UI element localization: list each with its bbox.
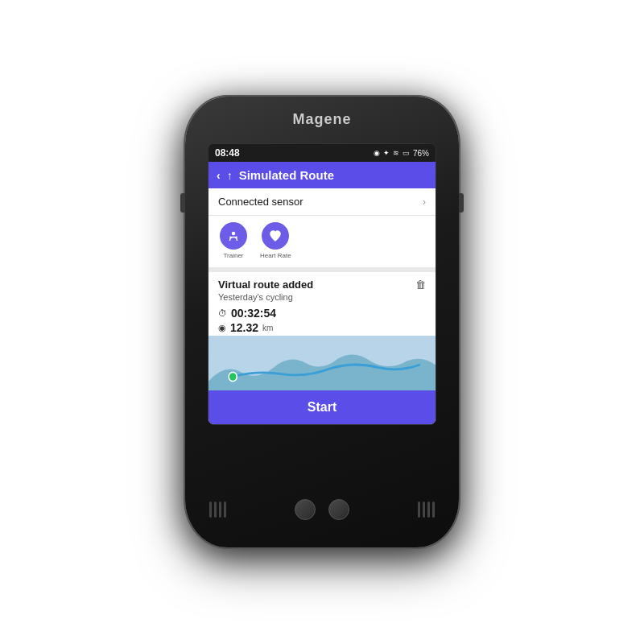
delete-icon[interactable]: 🗑: [415, 279, 426, 291]
speaker-left: [209, 502, 226, 518]
brand-name: Magene: [292, 111, 351, 127]
connected-sensor-row[interactable]: Connected sensor ›: [208, 188, 436, 216]
virtual-route-section: Virtual route added 🗑 Yesterday's cyclin…: [208, 272, 436, 390]
location-icon: ◉: [374, 149, 380, 157]
connected-sensor-label: Connected sensor: [218, 196, 303, 208]
back-button[interactable]: ‹: [217, 169, 221, 182]
time-stat-row: ⏱ 00:32:54: [218, 307, 426, 320]
screen: 08:48 ◉ ✦ ≋ ▭ 76% ‹ ↑ Simulated Route: [208, 144, 436, 424]
bottom-buttons: [295, 499, 349, 520]
heart-rate-icon-circle: [262, 222, 289, 250]
trainer-icon-circle: [220, 222, 247, 250]
route-map-svg: [208, 336, 436, 390]
distance-icon: ◉: [218, 323, 226, 333]
route-stats: ⏱ 00:32:54 ◉ 12.32 km: [208, 305, 436, 336]
sensor-icons-row: Trainer Heart Rate: [208, 216, 436, 272]
bottom-controls: [209, 487, 435, 531]
route-distance-unit: km: [262, 324, 273, 332]
header-bar: ‹ ↑ Simulated Route: [208, 162, 436, 188]
side-button-right[interactable]: [459, 193, 464, 213]
battery-icon: ▭: [402, 149, 410, 157]
svg-point-1: [229, 236, 231, 237]
header-title: Simulated Route: [239, 168, 334, 182]
sensor-trainer[interactable]: Trainer: [220, 222, 247, 259]
clock-icon: ⏱: [218, 308, 227, 318]
virtual-route-header: Virtual route added 🗑: [208, 272, 436, 292]
bottom-button-right[interactable]: [328, 499, 349, 520]
virtual-route-title: Virtual route added: [218, 279, 313, 291]
up-arrow-icon: ↑: [227, 169, 233, 182]
wifi-icon: ≋: [393, 149, 399, 157]
trainer-label: Trainer: [223, 252, 243, 259]
screen-bezel: 08:48 ◉ ✦ ≋ ▭ 76% ‹ ↑ Simulated Route: [208, 143, 436, 425]
speaker-right: [418, 502, 435, 518]
device-shell: Magene 08:48 ◉ ✦ ≋ ▭ 76% ‹: [185, 97, 459, 547]
svg-point-4: [229, 372, 237, 381]
bluetooth-icon: ✦: [383, 149, 390, 157]
start-button[interactable]: Start: [208, 390, 436, 424]
status-bar: 08:48 ◉ ✦ ≋ ▭ 76%: [208, 144, 436, 162]
bottom-button-left[interactable]: [295, 499, 316, 520]
map-area: [208, 336, 436, 390]
sensor-heart-rate[interactable]: Heart Rate: [260, 222, 291, 259]
distance-stat-row: ◉ 12.32 km: [218, 321, 426, 334]
route-time-value: 00:32:54: [231, 307, 276, 320]
status-icons: ◉ ✦ ≋ ▭ 76%: [374, 149, 429, 158]
route-distance-value: 12.32: [230, 321, 258, 334]
content-area: Connected sensor ›: [208, 188, 436, 424]
svg-point-0: [232, 232, 236, 236]
device-top: Magene: [185, 111, 459, 128]
device: Magene 08:48 ◉ ✦ ≋ ▭ 76% ‹: [185, 97, 459, 547]
route-subtitle: Yesterday's cycling: [208, 292, 436, 305]
heart-rate-label: Heart Rate: [260, 252, 291, 259]
heart-icon: [268, 229, 283, 243]
svg-point-2: [236, 236, 237, 237]
trainer-icon: [226, 229, 241, 243]
battery-percent: 76%: [413, 149, 429, 158]
status-time: 08:48: [215, 147, 240, 159]
side-button-left[interactable]: [180, 193, 185, 213]
chevron-right-icon: ›: [423, 196, 426, 208]
